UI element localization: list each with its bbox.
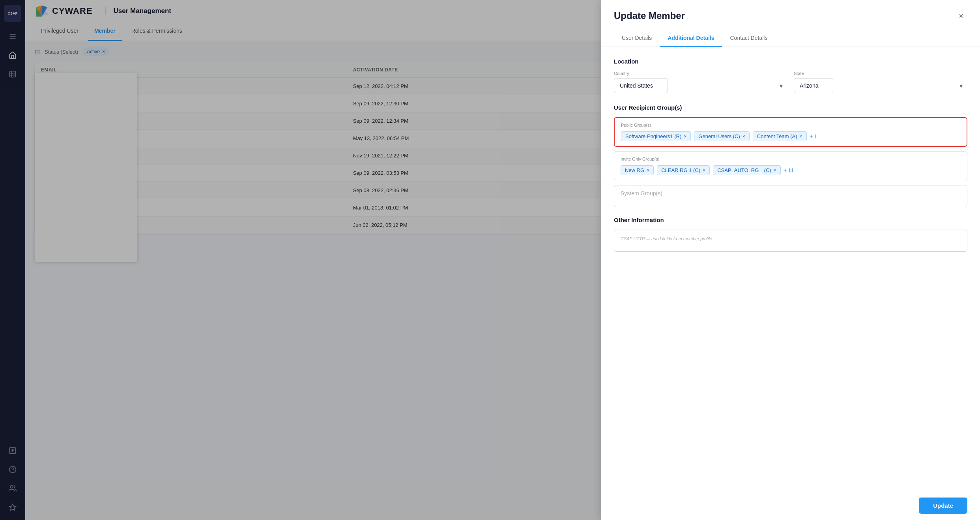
modal-body: Location Country United States State Ari… [601,47,980,491]
system-groups-placeholder: System Group(s) [621,190,662,196]
tag-close-icon[interactable]: × [703,168,705,173]
tag-close-icon[interactable]: × [684,134,686,139]
modal-header: Update Member × User Details Additional … [601,0,980,47]
state-select[interactable]: Arizona [794,78,833,93]
country-select-wrapper[interactable]: United States [614,78,787,93]
tag-close-icon[interactable]: × [742,134,745,139]
tag-close-icon[interactable]: × [647,168,649,173]
location-section-title: Location [614,58,967,65]
groups-section-title: User Recipient Group(s) [614,104,967,111]
tag-close-icon[interactable]: × [774,168,776,173]
modal-title-row: Update Member × [614,9,967,22]
modal-tab-contact-details[interactable]: Contact Details [722,30,775,47]
tag-label-c: (C) [764,167,771,173]
tag-csap-auto-rg[interactable]: CSAP_AUTO_RG_ (C) × [713,165,781,175]
update-member-modal: Update Member × User Details Additional … [601,0,980,520]
state-select-wrapper[interactable]: Arizona [794,78,967,93]
tag-label: Content Team (A) [757,133,797,139]
tag-clear-rg[interactable]: CLEAR RG 1 (C) × [657,165,710,175]
invite-only-groups-box[interactable]: Invite Only Group(s) New RG × CLEAR RG 1… [614,152,967,180]
tag-new-rg[interactable]: New RG × [621,165,654,175]
public-groups-label: Public Group(s) [621,123,960,127]
invite-only-groups-tags: New RG × CLEAR RG 1 (C) × CSAP_AUTO_RG_ … [621,165,961,175]
tag-label: New RG [625,167,644,173]
tag-label: Software Engineers1 (R) [625,133,681,139]
modal-close-button[interactable]: × [955,9,967,22]
modal-footer: Update [601,491,980,520]
system-groups-box[interactable]: System Group(s) [614,185,967,207]
other-info-section: Other Information CSAP HTTP — used field… [614,217,967,252]
modal-title: Update Member [614,10,685,21]
public-groups-box[interactable]: Public Group(s) Software Engineers1 (R) … [614,117,967,147]
tag-content-team[interactable]: Content Team (A) × [753,131,807,141]
public-groups-more[interactable]: + 1 [810,133,817,139]
public-groups-tags: Software Engineers1 (R) × General Users … [621,131,960,141]
invite-only-groups-more[interactable]: + 11 [784,167,794,173]
groups-section: User Recipient Group(s) Public Group(s) … [614,104,967,207]
country-label: Country [614,71,787,76]
modal-tabs: User Details Additional Details Contact … [614,30,967,47]
tag-general-users[interactable]: General Users (C) × [694,131,749,141]
state-field: State Arizona [794,71,967,93]
location-row: Country United States State Arizona [614,71,967,93]
tag-software-engineers[interactable]: Software Engineers1 (R) × [621,131,691,141]
tag-close-icon[interactable]: × [799,134,802,139]
country-select[interactable]: United States [614,78,668,93]
other-info-title: Other Information [614,217,967,223]
country-field: Country United States [614,71,787,93]
invite-only-groups-label: Invite Only Group(s) [621,157,961,161]
tag-label: CSAP_AUTO_RG_ [717,167,761,173]
update-button[interactable]: Update [919,498,967,514]
tag-label: CLEAR RG 1 (C) [661,167,700,173]
tag-label: General Users (C) [698,133,740,139]
modal-tab-user-details[interactable]: User Details [614,30,660,47]
modal-backdrop: Update Member × User Details Additional … [0,0,980,520]
other-info-hint: CSAP HTTP — used fields from member prof… [621,236,712,241]
state-label: State [794,71,967,76]
other-info-box[interactable]: CSAP HTTP — used fields from member prof… [614,230,967,252]
modal-tab-additional-details[interactable]: Additional Details [660,30,722,47]
